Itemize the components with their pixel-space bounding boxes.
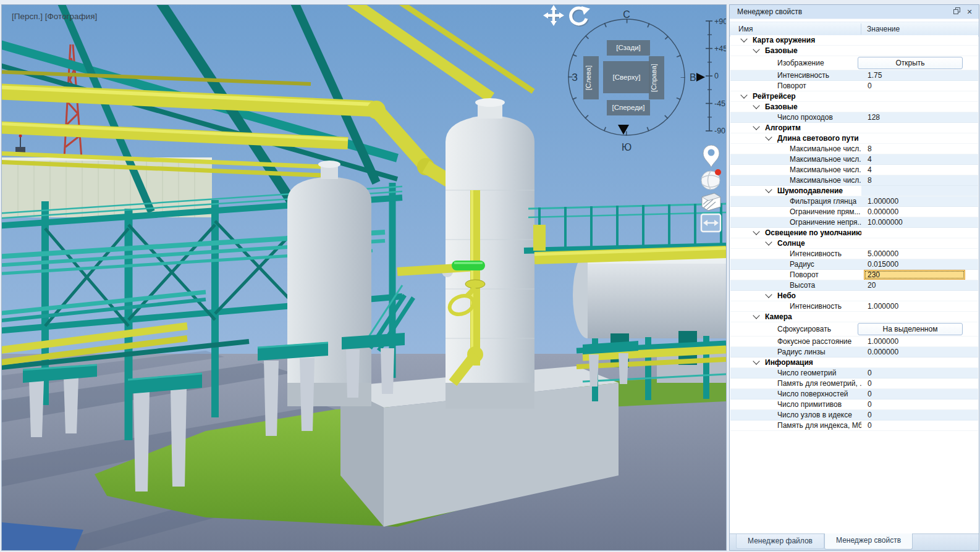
property-name: Число узлов в идексе xyxy=(777,411,852,419)
group-row[interactable]: Рейтрейсер xyxy=(730,91,978,102)
value-button[interactable]: На выделенном xyxy=(858,323,963,335)
property-value[interactable]: 8 xyxy=(868,176,872,185)
group-row[interactable]: Небо xyxy=(730,291,978,301)
property-value-cell[interactable]: 8 xyxy=(861,175,978,185)
property-value[interactable]: 0.000000 xyxy=(868,207,898,216)
property-value[interactable]: 128 xyxy=(868,113,880,122)
property-value-cell[interactable]: 1.000000 xyxy=(861,196,978,206)
group-row[interactable]: Длина светового пути xyxy=(730,133,978,144)
viewport-3d[interactable]: [Персп.] [Фотография] С xyxy=(1,4,727,551)
property-value[interactable]: 1.000000 xyxy=(868,337,898,346)
group-row[interactable]: Базовые xyxy=(730,102,978,112)
group-row[interactable]: Солнце xyxy=(730,238,978,249)
group-row[interactable]: Карта окружения xyxy=(730,35,978,46)
chevron-down-icon[interactable] xyxy=(753,46,759,52)
property-name: Фокусное расстояние xyxy=(777,337,851,346)
property-value[interactable]: 0.000000 xyxy=(868,348,898,356)
property-row: Поворот230 xyxy=(730,270,978,280)
property-value[interactable]: 1.75 xyxy=(868,71,882,80)
property-value-cell[interactable]: 8 xyxy=(861,144,978,154)
property-value-cell[interactable]: 0 xyxy=(861,389,978,399)
chevron-down-icon[interactable] xyxy=(740,35,747,42)
property-value-cell xyxy=(861,91,978,101)
property-value[interactable]: 4 xyxy=(868,165,872,174)
property-value[interactable]: 0 xyxy=(868,411,872,419)
float-icon[interactable] xyxy=(953,7,961,16)
property-value-cell[interactable]: 20 xyxy=(861,280,978,290)
property-value-cell[interactable]: 5.000000 xyxy=(861,249,978,259)
property-value[interactable]: 0.015000 xyxy=(868,260,898,269)
property-row: Интенсивность5.000000 xyxy=(730,249,978,259)
property-value-cell[interactable]: 1.000000 xyxy=(861,301,978,311)
property-value[interactable]: 5.000000 xyxy=(868,249,898,258)
tab-file-manager[interactable]: Менеджер файлов xyxy=(736,534,824,549)
value-editor[interactable]: 230 xyxy=(864,270,965,280)
tab-property-manager[interactable]: Менеджер свойств xyxy=(824,533,913,550)
property-value-cell xyxy=(861,228,978,238)
column-header-name[interactable]: Имя xyxy=(738,22,753,36)
property-value-cell[interactable]: На выделенном xyxy=(861,322,978,336)
column-header-value[interactable]: Значение xyxy=(867,22,900,36)
property-value-cell[interactable]: 1.75 xyxy=(861,70,978,80)
property-value-cell[interactable]: 4 xyxy=(861,154,978,164)
column-divider[interactable] xyxy=(861,23,861,35)
property-value-cell[interactable]: 0.000000 xyxy=(861,207,978,217)
property-value-cell[interactable]: 0 xyxy=(861,399,978,409)
chevron-down-icon[interactable] xyxy=(753,123,759,130)
property-value[interactable]: 4 xyxy=(868,155,872,164)
property-value-cell[interactable]: 0 xyxy=(861,378,978,388)
property-value-cell[interactable]: Открыть xyxy=(861,56,978,70)
property-value[interactable]: 0 xyxy=(868,82,872,90)
property-row: Высота20 xyxy=(730,280,978,291)
group-row[interactable]: Базовые xyxy=(730,46,978,56)
property-name: Освещение по умолчанию xyxy=(765,228,861,237)
group-row[interactable]: Алгоритм xyxy=(730,123,978,133)
property-value[interactable]: 0 xyxy=(868,369,872,377)
property-value[interactable]: 0 xyxy=(868,421,872,430)
chevron-down-icon[interactable] xyxy=(740,91,747,98)
chevron-down-icon[interactable] xyxy=(765,133,772,140)
property-value-cell[interactable]: 0.000000 xyxy=(861,347,978,357)
group-row[interactable]: Камера xyxy=(730,312,978,322)
chevron-down-icon[interactable] xyxy=(753,358,759,364)
group-row[interactable]: Шумоподавление xyxy=(730,186,978,196)
chevron-down-icon[interactable] xyxy=(765,238,772,245)
close-icon[interactable]: ✕ xyxy=(965,7,974,16)
property-value-cell[interactable]: 0 xyxy=(861,410,978,420)
property-value[interactable]: 10.000000 xyxy=(868,218,903,227)
property-value[interactable]: 0 xyxy=(868,390,872,398)
group-row[interactable]: Освещение по умолчанию xyxy=(730,228,978,238)
property-value-cell[interactable]: 10.000000 xyxy=(861,217,978,227)
property-name: Максимальное числ... xyxy=(790,144,861,153)
property-value[interactable]: 8 xyxy=(868,144,872,153)
property-value-cell xyxy=(861,123,978,133)
chevron-down-icon[interactable] xyxy=(765,186,772,193)
property-value[interactable]: 1.000000 xyxy=(868,302,898,311)
property-value[interactable]: 0 xyxy=(868,400,872,409)
chevron-down-icon[interactable] xyxy=(753,312,759,319)
property-value[interactable]: 20 xyxy=(868,281,876,290)
property-value-cell[interactable]: 0.015000 xyxy=(861,259,978,269)
clip-box-icon[interactable] xyxy=(702,193,720,211)
property-value-cell[interactable]: 128 xyxy=(861,112,978,122)
scale-minus45-label: -45 xyxy=(714,99,725,108)
chevron-down-icon[interactable] xyxy=(765,291,772,298)
chevron-down-icon[interactable] xyxy=(753,102,759,109)
property-value-cell[interactable]: 0 xyxy=(861,420,978,430)
property-value-cell[interactable]: 1.000000 xyxy=(861,337,978,346)
property-value-cell xyxy=(861,133,978,143)
property-value-cell[interactable]: 0 xyxy=(861,368,978,378)
property-value-cell[interactable]: 230 xyxy=(861,270,978,280)
group-row[interactable]: Информация xyxy=(730,358,978,368)
compass-south-label: Ю xyxy=(622,142,632,153)
value-button[interactable]: Открыть xyxy=(858,57,963,69)
property-value[interactable]: 1.000000 xyxy=(868,197,898,206)
property-name: Ограничение непря... xyxy=(790,218,861,227)
property-name: Базовые xyxy=(765,102,798,111)
property-value[interactable]: 0 xyxy=(868,379,872,388)
property-name: Длина светового пути xyxy=(777,134,859,143)
property-value-cell[interactable]: 4 xyxy=(861,165,978,175)
chevron-down-icon[interactable] xyxy=(753,228,759,235)
property-value-cell[interactable]: 0 xyxy=(861,81,978,91)
resize-horizontal-icon[interactable] xyxy=(701,214,720,232)
